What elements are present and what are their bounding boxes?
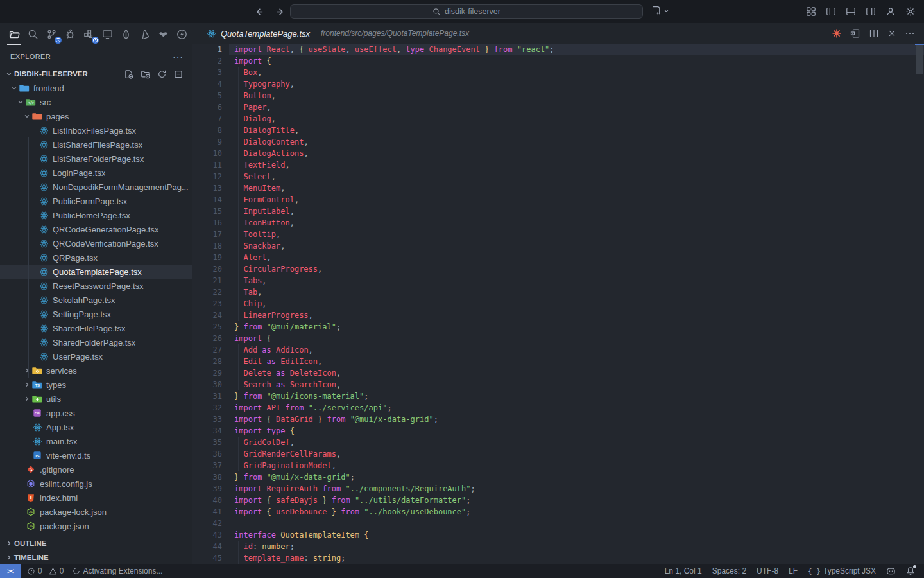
code-line[interactable]: 14 FormControl, [193,194,924,206]
code-line[interactable]: 33import { DataGrid } from "@mui/x-data-… [193,414,924,425]
tree-item-publichomepage-tsx[interactable]: PublicHomePage.tsx [0,208,193,222]
copilot-status-icon[interactable] [886,566,896,576]
activity-remote-explorer-icon[interactable] [98,24,117,44]
tree-item-nondapodikformmanagementpag[interactable]: NonDapodikFormManagementPag... [0,180,193,194]
activity-explorer-icon[interactable] [5,24,24,44]
remote-indicator[interactable]: >< [0,564,21,578]
tree-item-vite-env-d-ts[interactable]: TSvite-env.d.ts [0,448,193,462]
tree-item-userpage-tsx[interactable]: UserPage.tsx [0,349,193,363]
tree-item-types[interactable]: TStypes [0,378,193,392]
copilot-icon[interactable] [651,5,662,16]
code-line[interactable]: 38} from "@mui/x-data-grid"; [193,471,924,483]
tree-item-app-css[interactable]: cssapp.css [0,406,193,420]
code-line[interactable]: 29 Delete as DeleteIcon, [193,367,924,379]
chevron-down-icon[interactable] [663,8,669,13]
code-line[interactable]: 36 GridRenderCellParams, [193,448,924,460]
code-line[interactable]: 34import type { [193,425,924,437]
editor-scrollbar[interactable] [915,44,924,564]
outline-section[interactable]: OUTLINE [0,536,193,550]
code-line[interactable]: 28 Edit as EditIcon, [193,356,924,367]
tree-item-listsharefolderpage-tsx[interactable]: ListShareFolderPage.tsx [0,152,193,166]
tree-item-qrcodeverificationpage-tsx[interactable]: QRCodeVerificationPage.tsx [0,236,193,250]
code-line[interactable]: 26import { [193,333,924,344]
code-line[interactable]: 21 Tabs, [193,275,924,286]
activity-source-control-icon[interactable] [42,24,61,44]
active-tab[interactable]: QuotaTemplatePage.tsx frontend/src/pages… [207,29,469,39]
code-line[interactable]: 16 IconButton, [193,217,924,229]
code-line[interactable]: 42 [193,518,924,529]
panel-bottom-icon[interactable] [845,6,857,17]
tree-item-services[interactable]: services [0,363,193,378]
code-line[interactable]: 11 TextField, [193,159,924,171]
layout-grid-icon[interactable] [805,6,817,17]
tree-item-publicformpage-tsx[interactable]: PublicFormPage.tsx [0,194,193,208]
problems-status[interactable]: 0 0 [27,566,64,575]
back-arrow-icon[interactable] [253,6,264,17]
code-line[interactable]: 6 Paper, [193,101,924,113]
scrollbar-thumb[interactable] [916,45,923,74]
tree-item-frontend[interactable]: frontend [0,81,193,95]
starburst-icon[interactable] [832,28,842,39]
tree-item-sharedfolderpage-tsx[interactable]: SharedFolderPage.tsx [0,335,193,349]
tree-item-package-lock-json[interactable]: JSpackage-lock.json [0,505,193,519]
tree-item-index-html[interactable]: 5index.html [0,491,193,505]
tree-item-qrpage-tsx[interactable]: QRPage.tsx [0,250,193,265]
code-line[interactable]: 43interface QuotaTemplateItem { [193,529,924,541]
panel-right-icon[interactable] [865,6,877,17]
tree-item-sharedfilepage-tsx[interactable]: SharedFilePage.tsx [0,321,193,335]
code-line[interactable]: 9 DialogContent, [193,136,924,148]
tree-item-listsharedfilespage-tsx[interactable]: ListSharedFilesPage.tsx [0,137,193,152]
eol-status[interactable]: LF [789,566,798,575]
notifications-bell-icon[interactable] [906,566,915,575]
settings-gear-icon[interactable] [905,6,916,17]
new-folder-icon[interactable] [141,69,150,79]
tree-item-settingpage-tsx[interactable]: SettingPage.tsx [0,307,193,321]
tree-item-gitignore[interactable]: .gitignore [0,462,193,477]
code-line[interactable]: 45 template_name: string; [193,552,924,564]
tree-root-disdik-fileserver[interactable]: DISDIK-FILESERVER [0,67,193,81]
activity-search-icon[interactable] [24,24,42,44]
code-line[interactable]: 7 Dialog, [193,113,924,125]
account-icon[interactable] [885,6,896,17]
activity-extensions-icon[interactable] [80,24,98,44]
code-line[interactable]: 40import { safeDayjs } from "../utils/da… [193,495,924,506]
timeline-section[interactable]: TIMELINE [0,550,193,564]
code-line[interactable]: 44 id: number; [193,541,924,552]
tree-item-src[interactable]: </>src [0,95,193,109]
open-changes-icon[interactable] [850,28,860,39]
code-line[interactable]: 3 Box, [193,67,924,78]
code-line[interactable]: 41import { useDebounce } from "../hooks/… [193,506,924,518]
refresh-icon[interactable] [157,69,167,79]
code-line[interactable]: 17 Tooltip, [193,229,924,240]
code-line[interactable]: 2import { [193,55,924,67]
forward-arrow-icon[interactable] [275,6,286,17]
activation-status[interactable]: Activating Extensions... [73,566,162,575]
code-line[interactable]: 1import React, { useState, useEffect, ty… [193,44,924,55]
close-icon[interactable] [887,29,896,38]
code-line[interactable]: 27 Add as AddIcon, [193,344,924,356]
panel-left-icon[interactable] [825,6,837,17]
tree-item-listinboxfilespage-tsx[interactable]: ListInboxFilesPage.tsx [0,123,193,137]
indentation-status[interactable]: Spaces: 2 [712,566,746,575]
code-line[interactable]: 25} from "@mui/material"; [193,321,924,333]
split-editor-icon[interactable] [869,28,879,39]
language-mode[interactable]: { } TypeScript JSX [808,566,876,575]
tree-item-eslint-config-js[interactable]: eslint.config.js [0,477,193,491]
code-line[interactable]: 23 Chip, [193,298,924,310]
new-file-icon[interactable] [124,69,133,79]
code-line[interactable]: 24 LinearProgress, [193,310,924,321]
code-line[interactable]: 10 DialogActions, [193,148,924,159]
code-line[interactable]: 30 Search as SearchIcon, [193,379,924,390]
encoding-status[interactable]: UTF-8 [757,566,778,575]
tree-item-qrcodegenerationpage-tsx[interactable]: QRCodeGenerationPage.tsx [0,222,193,236]
cursor-position[interactable]: Ln 1, Col 1 [665,566,702,575]
code-line[interactable]: 19 Alert, [193,252,924,263]
tree-item-pages[interactable]: pages [0,109,193,123]
code-line[interactable]: 31} from "@mui/icons-material"; [193,390,924,402]
code-line[interactable]: 20 CircularProgress, [193,263,924,275]
activity-mongodb-icon[interactable] [117,24,135,44]
command-center-search[interactable]: disdik-fileserver [290,4,643,19]
activity-thunder-client-icon[interactable] [173,24,191,44]
code-line[interactable]: 18 Snackbar, [193,240,924,252]
tree-item-resetpasswordpage-tsx[interactable]: ResetPasswordPage.tsx [0,279,193,293]
